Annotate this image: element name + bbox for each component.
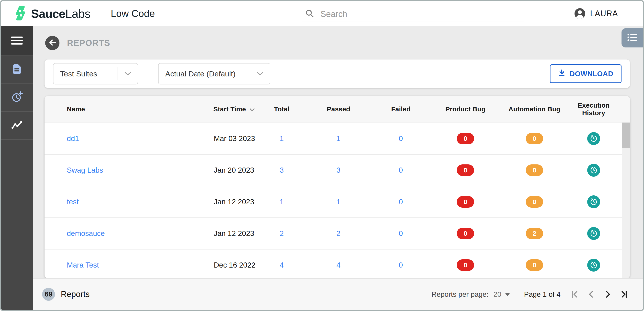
product-bug-badge[interactable]: 0: [457, 196, 474, 208]
total-count-link[interactable]: 3: [280, 166, 284, 174]
clock-restore-icon: [590, 198, 598, 206]
download-icon: [558, 69, 566, 78]
list-view-toggle-button[interactable]: [622, 28, 643, 48]
download-button[interactable]: DOWNLOAD: [550, 64, 622, 83]
pagination-controls: Reports per page: 20 Page 1 of 4: [432, 289, 629, 299]
failed-count-link[interactable]: 0: [399, 198, 403, 206]
date-filter-dropdown[interactable]: Actual Date (Default): [158, 63, 270, 84]
column-header-execution-history[interactable]: Execution History: [566, 102, 622, 117]
top-bar: SauceLabs Low Code LAURA: [1, 1, 643, 26]
automation-bug-cell: 0: [526, 133, 543, 144]
sidebar-item-documents[interactable]: [1, 55, 33, 83]
column-header-failed[interactable]: Failed: [391, 105, 411, 113]
product-bug-cell: 0: [457, 228, 474, 239]
report-name-link[interactable]: demosauce: [44, 229, 192, 238]
filter-bar: Test Suites Actual Date (Default): [44, 60, 630, 88]
execution-history-button[interactable]: [587, 259, 600, 271]
column-header-start-time[interactable]: Start Time: [192, 105, 260, 113]
automation-bug-badge[interactable]: 0: [526, 259, 543, 271]
clock-restore-icon: [590, 229, 598, 238]
report-name-link[interactable]: Swag Labs: [44, 166, 192, 174]
product-bug-badge[interactable]: 0: [457, 228, 474, 239]
app-window: SauceLabs Low Code LAURA: [0, 0, 644, 311]
failed-count-link[interactable]: 0: [399, 261, 403, 269]
search-input[interactable]: [320, 9, 504, 19]
last-page-button[interactable]: [619, 289, 629, 299]
suite-filter-dropdown[interactable]: Test Suites: [53, 63, 138, 84]
suite-filter-value: Test Suites: [54, 70, 118, 78]
column-header-product-bug[interactable]: Product Bug: [445, 105, 486, 113]
total-count-link[interactable]: 2: [280, 229, 284, 238]
failed-count-link[interactable]: 0: [399, 134, 403, 143]
user-menu[interactable]: LAURA: [574, 1, 618, 26]
table-header-row: Name Start Time Total Passed Failed Prod…: [44, 96, 630, 123]
passed-count-link[interactable]: 1: [336, 134, 340, 143]
sidebar-menu-toggle[interactable]: [1, 26, 33, 55]
report-name-link[interactable]: dd1: [44, 134, 192, 143]
report-name-link[interactable]: test: [44, 198, 192, 206]
passed-count-link[interactable]: 1: [336, 198, 340, 206]
start-time-cell: Jan 12 2023: [192, 198, 260, 206]
table-scrollbar-thumb[interactable]: [622, 123, 630, 148]
total-count-link[interactable]: 1: [280, 134, 284, 143]
product-bug-badge[interactable]: 0: [457, 259, 474, 271]
sidebar-item-reports-active[interactable]: [1, 111, 33, 139]
passed-count-link[interactable]: 2: [336, 229, 340, 238]
per-page-value[interactable]: 20: [494, 290, 502, 298]
column-header-name[interactable]: Name: [44, 105, 192, 113]
clock-restore-icon: [590, 166, 598, 174]
first-page-button[interactable]: [570, 289, 580, 299]
execution-history-button[interactable]: [587, 164, 600, 177]
previous-page-button[interactable]: [586, 289, 596, 299]
failed-count-link[interactable]: 0: [399, 166, 403, 174]
execution-history-cell: [587, 164, 600, 177]
automation-bug-badge[interactable]: 0: [526, 196, 543, 208]
per-page-label: Reports per page:: [432, 290, 488, 298]
per-page-caret-icon[interactable]: [505, 293, 510, 296]
automation-bug-badge[interactable]: 0: [526, 164, 543, 176]
table-row: dd1 Mar 03 2023 1 1 0 0 0: [44, 123, 630, 155]
search-bar[interactable]: [302, 7, 524, 22]
execution-history-cell: [587, 259, 600, 271]
execution-history-cell: [587, 195, 600, 208]
product-bug-badge[interactable]: 0: [457, 133, 474, 144]
automation-bug-cell: 0: [526, 164, 543, 176]
column-header-passed[interactable]: Passed: [327, 105, 350, 113]
product-bug-badge[interactable]: 0: [457, 164, 474, 176]
back-button[interactable]: [45, 36, 60, 50]
date-filter-value: Actual Date (Default): [158, 70, 250, 78]
hamburger-menu-icon: [11, 37, 23, 45]
start-time-cell: Jan 20 2023: [192, 166, 260, 174]
execution-history-button[interactable]: [587, 227, 600, 240]
report-name-link[interactable]: Mara Test: [44, 261, 192, 269]
execution-history-button[interactable]: [587, 132, 600, 145]
passed-count-link[interactable]: 3: [336, 166, 340, 174]
execution-history-cell: [587, 227, 600, 240]
sidebar-item-schedules[interactable]: [1, 83, 33, 111]
brand-product-label: Low Code: [111, 8, 155, 19]
reports-table: Name Start Time Total Passed Failed Prod…: [44, 96, 630, 278]
start-time-cell: Jan 12 2023: [192, 229, 260, 238]
execution-history-button[interactable]: [587, 195, 600, 208]
table-scrollbar-track[interactable]: [622, 123, 630, 278]
column-header-automation-bug[interactable]: Automation Bug: [508, 105, 560, 113]
page-title: REPORTS: [67, 38, 110, 48]
automation-bug-badge[interactable]: 2: [526, 228, 543, 239]
passed-count-link[interactable]: 4: [336, 261, 340, 269]
total-count-link[interactable]: 1: [280, 198, 284, 206]
saucelabs-logo-icon: [14, 5, 26, 23]
search-icon: [305, 9, 314, 19]
product-bug-cell: 0: [457, 133, 474, 144]
clock-restore-icon: [590, 134, 598, 143]
product-bug-cell: 0: [457, 259, 474, 271]
product-bug-cell: 0: [457, 196, 474, 208]
brand-name: SauceLabs: [31, 7, 90, 21]
automation-bug-badge[interactable]: 0: [526, 133, 543, 144]
start-time-cell: Mar 03 2023: [192, 134, 260, 143]
total-count-link[interactable]: 4: [280, 261, 284, 269]
next-page-button[interactable]: [603, 289, 612, 299]
failed-count-link[interactable]: 0: [399, 229, 403, 238]
main-content: REPORTS Test Suites: [33, 26, 643, 310]
column-header-total[interactable]: Total: [274, 105, 289, 113]
table-row: Swag Labs Jan 20 2023 3 3 0 0 0: [44, 155, 630, 186]
